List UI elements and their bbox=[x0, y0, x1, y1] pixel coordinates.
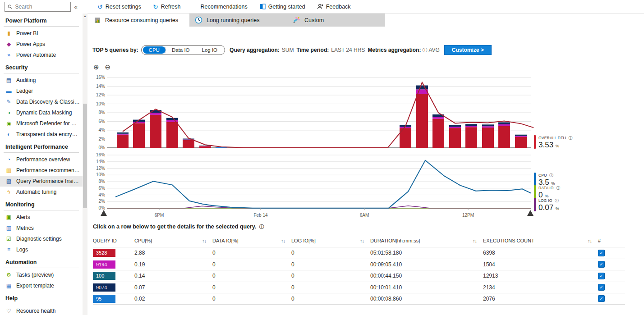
query-bar[interactable] bbox=[482, 124, 494, 148]
sidebar-item-export-template[interactable]: ▦Export template bbox=[0, 280, 83, 291]
sidebar-item-power-automate[interactable]: »Power Automate bbox=[0, 50, 83, 60]
bar-segment-3528 bbox=[150, 115, 161, 148]
sidebar-item-automatic-tuning[interactable]: ϟAutomatic tuning bbox=[0, 187, 83, 197]
sidebar-item-performance-overview[interactable]: ◔Performance overview bbox=[0, 154, 83, 165]
sort-icon[interactable]: ↑↓ bbox=[588, 238, 592, 243]
table-row-query-9194[interactable]: 91940.190000:09:05.4101504✓ bbox=[93, 259, 625, 270]
chart-zoom-tools: ⊕ ⊖ bbox=[93, 63, 110, 71]
sidebar-item-tasks-preview-[interactable]: ⚙Tasks (preview) bbox=[0, 269, 83, 280]
feedback-button[interactable]: Feedback bbox=[317, 4, 351, 10]
query-bar[interactable] bbox=[432, 114, 444, 148]
table-row-query-95[interactable]: 950.020000:00:08.8602076✓ bbox=[93, 293, 625, 305]
sidebar-scrollbar[interactable]: ▲ bbox=[83, 14, 87, 315]
sidebar-item-microsoft-defender-for-cloud[interactable]: ◉Microsoft Defender for Cloud bbox=[0, 118, 83, 129]
sidebar-item-alerts[interactable]: ▣Alerts bbox=[0, 212, 83, 223]
tab-long-running-queries[interactable]: Long running queries bbox=[189, 14, 287, 27]
query-bar[interactable] bbox=[416, 86, 428, 148]
query-bar[interactable] bbox=[465, 124, 477, 148]
sidebar-item-dynamic-data-masking[interactable]: ◑Dynamic Data Masking bbox=[0, 107, 83, 118]
top5-metric-toggle: CPUData IOLog IO bbox=[141, 45, 225, 55]
bar-segment-3528 bbox=[449, 128, 461, 148]
sidebar-item-label: Query Performance Insight bbox=[16, 178, 80, 184]
sidebar-item-query-performance-insight[interactable]: ▨Query Performance Insight bbox=[0, 176, 83, 187]
table-row-query-100[interactable]: 1000.140000:00:44.15012913✓ bbox=[93, 270, 625, 282]
query-bar[interactable] bbox=[400, 125, 411, 148]
row-checkbox[interactable]: ✓ bbox=[598, 273, 605, 279]
sidebar-item-diagnostic-settings[interactable]: ☑Diagnostic settings bbox=[0, 233, 83, 244]
data-io-cell: 0 bbox=[212, 284, 291, 291]
row-checkbox[interactable]: ✓ bbox=[598, 295, 605, 302]
bar-segment-9074 bbox=[482, 124, 494, 126]
tab-strip: Resource consuming queries Long running … bbox=[88, 14, 385, 27]
duration-cell: 00:09:05.410 bbox=[370, 261, 483, 268]
table-row-query-3528[interactable]: 35282.880005:01:58.1806398✓ bbox=[93, 247, 625, 259]
legend-info-icon[interactable]: ⓘ bbox=[555, 198, 559, 203]
query-bar[interactable] bbox=[449, 125, 461, 148]
toggle-option-data-io[interactable]: Data IO bbox=[166, 46, 196, 54]
search-input[interactable] bbox=[15, 4, 68, 10]
customize-button[interactable]: Customize > bbox=[444, 45, 492, 55]
search-box[interactable] bbox=[5, 2, 71, 12]
zoom-in-icon[interactable]: ⊕ bbox=[93, 63, 99, 71]
query-bar[interactable] bbox=[498, 122, 510, 148]
refresh-button[interactable]: ↻ Refresh bbox=[153, 3, 181, 10]
row-checkbox[interactable]: ✓ bbox=[598, 261, 605, 268]
cpu-cell: 0.02 bbox=[134, 296, 212, 302]
sidebar-search-row: « bbox=[0, 0, 83, 14]
bottom-chart-xtick-label: 6AM bbox=[360, 213, 369, 218]
range-start-handle[interactable] bbox=[101, 210, 107, 216]
legend-info-icon[interactable]: ⓘ bbox=[549, 173, 553, 178]
row-checkbox[interactable]: ✓ bbox=[598, 250, 605, 256]
tab-resource-consuming-queries[interactable]: Resource consuming queries bbox=[88, 14, 189, 27]
reset-settings-button[interactable]: ↺ Reset settings bbox=[97, 3, 141, 10]
bottom-chart-ytick: 12% bbox=[96, 166, 105, 171]
sidebar-item-power-bi[interactable]: ▮Power BI bbox=[0, 28, 83, 39]
query-bar[interactable] bbox=[150, 110, 161, 148]
command-bar: ↺ Reset settings ↻ Refresh Recommendatio… bbox=[87, 0, 644, 14]
legend-info-icon[interactable]: ⓘ bbox=[569, 136, 573, 140]
tab-custom[interactable]: Custom bbox=[287, 14, 385, 27]
query-id-cell: 3528 bbox=[93, 249, 134, 257]
table-note-info-icon[interactable]: ⓘ bbox=[259, 224, 264, 229]
sort-icon[interactable]: ↑↓ bbox=[360, 238, 364, 243]
sidebar-item-auditing[interactable]: ▤Auditing bbox=[0, 75, 83, 86]
sidebar-item-resource-health[interactable]: ♡Resource health bbox=[0, 306, 83, 315]
bar-segment-9194 bbox=[150, 113, 161, 115]
table-row-query-9074[interactable]: 90740.070000:10:01.4102134✓ bbox=[93, 282, 625, 293]
sidebar-item-power-apps[interactable]: ◆Power Apps bbox=[0, 39, 83, 50]
recommendations-button[interactable]: Recommendations bbox=[200, 4, 247, 10]
sidebar-item-metrics[interactable]: ▥Metrics bbox=[0, 223, 83, 233]
sidebar-item-performance-recommendations[interactable]: ▥Performance recommendations bbox=[0, 165, 83, 176]
sort-icon[interactable]: ↑↓ bbox=[202, 238, 206, 243]
legend-color-bar bbox=[534, 185, 536, 199]
sidebar-item-transparent-data-encryption[interactable]: ◐Transparent data encryption bbox=[0, 129, 83, 140]
toggle-option-log-io[interactable]: Log IO bbox=[196, 46, 224, 54]
sidebar-item-ledger[interactable]: ▬Ledger bbox=[0, 86, 83, 96]
sidebar-section: Automation⚙Tasks (preview)▦Export templa… bbox=[0, 257, 83, 291]
query-id-badge: 95 bbox=[93, 295, 115, 303]
legend-overall-dtu: OVERALL DTU ⓘ3.53 % bbox=[534, 135, 574, 149]
query-bar[interactable] bbox=[133, 120, 145, 148]
sidebar-scrollbar-thumb[interactable] bbox=[83, 104, 87, 208]
column-header-label: DATA IO[%] bbox=[212, 238, 239, 243]
sidebar-item-data-discovery-classification[interactable]: ✎Data Discovery & Classification bbox=[0, 96, 83, 107]
query-bar[interactable] bbox=[199, 146, 211, 148]
query-bar[interactable] bbox=[515, 135, 527, 148]
legend-info-icon[interactable]: ⓘ bbox=[556, 186, 560, 190]
row-checkbox[interactable]: ✓ bbox=[598, 284, 605, 291]
divider bbox=[4, 304, 79, 304]
zoom-out-icon[interactable]: ⊖ bbox=[105, 63, 111, 71]
sidebar-collapse-button[interactable]: « bbox=[71, 4, 81, 10]
bar-segment-9194 bbox=[166, 120, 178, 122]
query-bar[interactable] bbox=[117, 132, 129, 148]
sort-icon[interactable]: ↑↓ bbox=[281, 238, 285, 243]
column-header-label: QUERY ID bbox=[93, 238, 117, 243]
scroll-up-icon[interactable]: ▲ bbox=[83, 14, 87, 18]
getting-started-button[interactable]: Getting started bbox=[259, 4, 305, 10]
metrics-aggregation-info-icon[interactable]: ⓘ bbox=[422, 47, 427, 54]
sort-icon[interactable]: ↑↓ bbox=[473, 238, 477, 243]
toggle-option-cpu[interactable]: CPU bbox=[143, 46, 166, 54]
sidebar-item-logs[interactable]: ≡Logs bbox=[0, 244, 83, 255]
query-id-badge: 9194 bbox=[93, 260, 115, 269]
range-end-handle[interactable] bbox=[527, 210, 534, 216]
